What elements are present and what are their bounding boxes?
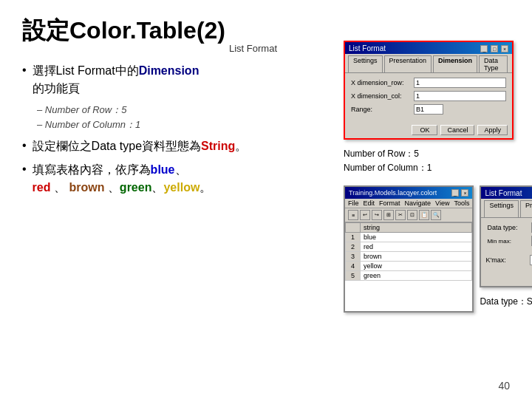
- dialog-buttons-2: OK Cancel Apply: [481, 270, 532, 286]
- menu-navigate[interactable]: Navigate: [405, 200, 432, 207]
- training-titlebar: Training.Models.lacqyer.colort _ ×: [345, 187, 472, 199]
- bullet-text-1: 選擇List Format中的Dimension 的功能頁: [33, 62, 200, 98]
- list-format-label: List Format: [229, 43, 277, 54]
- training-minimize[interactable]: _: [451, 189, 459, 197]
- toolbar-btn-5[interactable]: ✂: [395, 210, 406, 220]
- table-cell-num: 3: [346, 252, 361, 262]
- bullet-text-2: 設定欄位之Data type資料型態為String。: [33, 137, 248, 155]
- col-header-num: [346, 223, 361, 233]
- bullet-text-3: 填寫表格內容，依序為blue、 red 、 brown 、green、yello…: [33, 161, 212, 197]
- menu-edit[interactable]: Edit: [364, 200, 375, 207]
- row-x-dim-col: X dimension_col:: [351, 91, 506, 101]
- toolbar-btn-4[interactable]: ⊞: [383, 210, 394, 220]
- table-cell-num: 4: [346, 262, 361, 271]
- x-dim-row-input[interactable]: [414, 78, 506, 88]
- tab-presentation[interactable]: Presentation: [384, 55, 432, 72]
- toolbar-btn-6[interactable]: ⊡: [407, 210, 417, 220]
- training-window: Training.Models.lacqyer.colort _ × File …: [344, 185, 474, 312]
- row-minmax: Min max:: [487, 236, 532, 246]
- row-datatype: Data type: STRING: [487, 222, 532, 233]
- tab-settings[interactable]: Settings: [348, 55, 383, 72]
- bottom-section: Training.Models.lacqyer.colort _ × File …: [344, 180, 521, 312]
- table-row: 3brown: [346, 252, 472, 262]
- bullet-item-2: • 設定欄位之Data type資料型態為String。: [22, 137, 340, 155]
- table-cell-num: 5: [346, 271, 361, 281]
- ok-btn-1[interactable]: OK: [412, 125, 437, 135]
- range-input[interactable]: [414, 104, 443, 115]
- table-row: 1blue: [346, 233, 472, 242]
- info-labels: Number of Row：5 Number of Column：1: [344, 147, 521, 175]
- dialog-titlebar-2: List Format _ □ ×: [481, 187, 532, 199]
- table-cell-value: yellow: [361, 262, 472, 271]
- page-number: 40: [498, 380, 510, 392]
- bullet-item-3: • 填寫表格內容，依序為blue、 red 、 brown 、green、yel…: [22, 161, 340, 197]
- row-kmax: K'max:: [481, 253, 532, 267]
- toolbar-btn-2[interactable]: ↩: [360, 210, 370, 220]
- toolbar-btn-8[interactable]: 🔍: [431, 210, 441, 220]
- cancel-btn-1[interactable]: Cancel: [440, 125, 474, 135]
- dialog-content-1: X dimension_row: X dimension_col: Range:: [345, 73, 512, 122]
- table-row: 2red: [346, 242, 472, 252]
- menu-view[interactable]: View: [435, 200, 449, 207]
- bullet-item-1: • 選擇List Format中的Dimension 的功能頁: [22, 62, 340, 98]
- training-toolbar: ≡ ↩ ↪ ⊞ ✂ ⊡ 📋 🔍: [345, 208, 472, 222]
- dialog-dimension: List Format _ □ × Settings Presentation …: [344, 41, 514, 140]
- minimize-btn-1[interactable]: _: [480, 45, 488, 52]
- training-table: string 1blue2red3brown4yellow5green: [345, 222, 472, 281]
- right-panels: List Format _ □ × Settings Presentation …: [344, 41, 521, 313]
- menu-tools[interactable]: Tools: [454, 200, 469, 207]
- info-col: Number of Column：1: [344, 161, 521, 175]
- sub-list: – Number of Row：5 – Number of Column：1: [37, 103, 340, 132]
- toolbar-btn-3[interactable]: ↪: [372, 210, 382, 220]
- menu-file[interactable]: File: [348, 200, 359, 207]
- table-cell-value: red: [361, 242, 472, 252]
- tab2-settings[interactable]: Settings: [484, 200, 519, 217]
- tab2-presentation[interactable]: Presentation: [520, 200, 532, 217]
- right-dialog-column: List Format _ □ × Settings Presentation …: [480, 180, 532, 312]
- maximize-btn-1[interactable]: □: [491, 45, 498, 52]
- table-cell-value: brown: [361, 252, 472, 262]
- table-cell-num: 1: [346, 233, 361, 242]
- tab-datatype[interactable]: Data Type: [479, 55, 508, 72]
- training-close[interactable]: ×: [461, 189, 468, 197]
- dialog-tabs-2: Settings Presentation Dimension Data Typ…: [481, 199, 532, 218]
- tab-dimension[interactable]: Dimension: [433, 55, 477, 72]
- col-header-string: string: [361, 223, 472, 233]
- row-x-dim-row: X dimension_row:: [351, 78, 506, 88]
- dialog-content-2: Data type: STRING Min max:: [481, 218, 532, 253]
- sub-item-row: – Number of Row：5: [37, 103, 340, 117]
- dialog-tabs-1: Settings Presentation Dimension Data Typ…: [345, 54, 512, 73]
- table-cell-value: blue: [361, 233, 472, 242]
- dialog-datatype: List Format _ □ × Settings Presentation …: [480, 185, 532, 287]
- table-row: 5green: [346, 271, 472, 281]
- info-row: Number of Row：5: [344, 147, 521, 161]
- table-cell-num: 2: [346, 242, 361, 252]
- dialog-buttons-1: OK Cancel Apply: [345, 122, 512, 138]
- dialog-titlebar-1: List Format _ □ ×: [345, 42, 512, 54]
- x-dim-col-input[interactable]: [414, 91, 506, 101]
- training-menubar: File Edit Format Navigate View Tools: [345, 199, 472, 208]
- toolbar-btn-7[interactable]: 📋: [419, 210, 429, 220]
- table-row: 4yellow: [346, 262, 472, 271]
- close-btn-1[interactable]: ×: [501, 45, 508, 52]
- sub-item-col: – Number of Column：1: [37, 118, 340, 132]
- toolbar-btn-1[interactable]: ≡: [348, 210, 358, 220]
- row-range: Range:: [351, 104, 506, 115]
- apply-btn-1[interactable]: Apply: [477, 125, 508, 135]
- table-cell-value: green: [361, 271, 472, 281]
- data-type-info: Data type：String: [480, 295, 532, 309]
- menu-format[interactable]: Format: [379, 200, 400, 207]
